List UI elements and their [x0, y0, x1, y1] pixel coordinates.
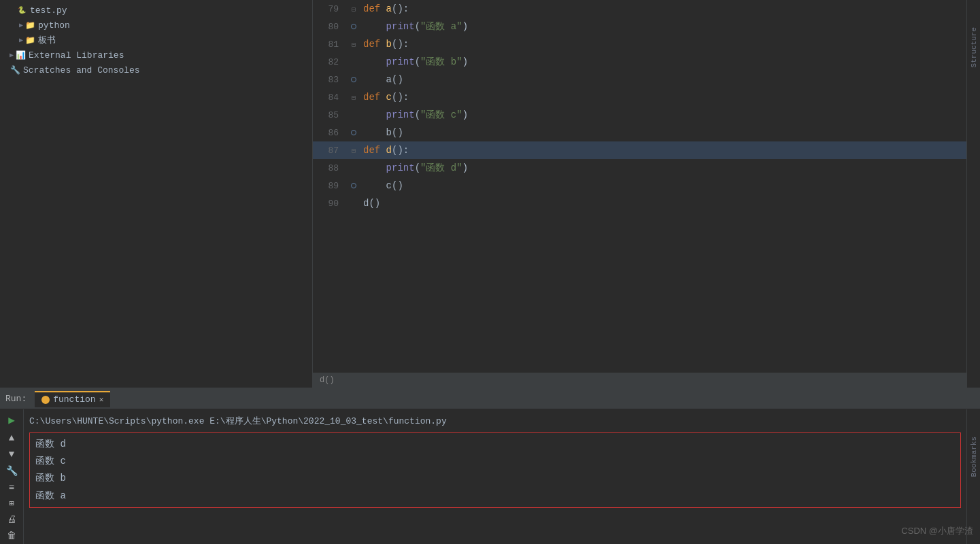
run-output-box: 函数 d 函数 c 函数 b 函数 a — [29, 432, 961, 508]
line-number: 86 — [313, 124, 347, 141]
fold-marker[interactable]: ⊟ — [352, 95, 356, 102]
run-output-line-1: 函数 d — [35, 436, 955, 453]
line-number: 85 — [313, 106, 347, 124]
fold-gutter — [347, 124, 360, 141]
table-row: 85 print("函数 c") — [313, 106, 966, 124]
tree-label-scratches: Scratches and Consoles — [23, 65, 140, 75]
run-output-area: C:\Users\HUNTE\Scripts\python.exe E:\程序人… — [24, 409, 966, 544]
run-label: Run: — [5, 394, 27, 404]
folder-icon-bangshu: 📁 — [24, 35, 35, 46]
bp-dot — [351, 77, 356, 82]
line-number: 87 — [313, 141, 347, 159]
tree-label-bangshu: 板书 — [38, 34, 56, 46]
run-tab-dot — [41, 396, 50, 404]
fold-gutter: ⊟ — [347, 141, 360, 159]
run-wrench-button[interactable]: 🔧 — [4, 465, 19, 477]
line-number — [313, 212, 347, 307]
run-output-line-4: 函数 a — [35, 488, 955, 505]
run-tab-function[interactable]: function ✕ — [35, 391, 110, 407]
run-up-button[interactable]: ▲ — [4, 432, 19, 443]
scratches-icon: 🔧 — [10, 65, 20, 75]
line-number: 89 — [313, 177, 347, 194]
run-softwrap-button[interactable]: ⊞ — [4, 498, 19, 509]
watermark: CSDN @小唐学渣 — [901, 525, 973, 537]
code-content: c() — [360, 177, 966, 194]
line-number: 79 — [313, 0, 347, 18]
run-command-line: C:\Users\HUNTE\Scripts\python.exe E:\程序人… — [29, 412, 961, 430]
run-action-buttons: ▶ ▲ ▼ 🔧 ≡ ⊞ 🖨 🗑 — [0, 409, 24, 544]
python-file-icon: 🐍 — [16, 5, 27, 16]
fold-marker[interactable]: ⊟ — [352, 148, 356, 155]
fold-gutter — [347, 106, 360, 124]
structure-panel: Structure — [966, 0, 980, 388]
code-content: def a(): — [360, 0, 966, 18]
code-content: def d(): — [360, 141, 966, 159]
code-content: print("函数 c") — [360, 106, 966, 124]
code-content: b() — [360, 124, 966, 141]
tree-label-python: python — [38, 20, 70, 31]
structure-label[interactable]: Structure — [970, 27, 978, 67]
fold-gutter — [347, 18, 360, 35]
bookmarks-panel: Bookmarks — [966, 409, 980, 544]
bp-dot — [351, 183, 356, 188]
table-row: 89 c() — [313, 177, 966, 194]
line-number: 82 — [313, 53, 347, 71]
run-tab-close-btn[interactable]: ✕ — [99, 395, 104, 404]
line-number: 84 — [313, 88, 347, 106]
tree-item-ext-libs[interactable]: ▶ 📊 External Libraries — [0, 48, 312, 63]
run-print-button[interactable]: 🖨 — [4, 514, 19, 525]
line-number: 90 — [313, 194, 347, 212]
fold-gutter: ⊟ — [347, 0, 360, 18]
fold-gutter: ⊟ — [347, 35, 360, 53]
fold-marker[interactable]: ⊟ — [352, 6, 356, 14]
line-number: 80 — [313, 18, 347, 35]
code-content: print("函数 d") — [360, 159, 966, 177]
file-tree: 🐍 test.py ▶ 📁 python ▶ 📁 板书 ▶ 📊 External… — [0, 0, 313, 388]
table-row: 88 print("函数 d") — [313, 159, 966, 177]
run-trash-button[interactable]: 🗑 — [4, 530, 19, 541]
line-number: 81 — [313, 35, 347, 53]
code-content: def c(): — [360, 88, 966, 106]
code-area[interactable]: 79 ⊟ def a(): 80 print("函数 a") 81 ⊟ — [313, 0, 966, 373]
table-row: 86 b() — [313, 124, 966, 141]
expand-arrow-extlibs: ▶ — [10, 51, 14, 59]
folder-icon-python: 📁 — [24, 20, 35, 31]
table-row: 83 a() — [313, 71, 966, 88]
expand-arrow-bangshu: ▶ — [19, 36, 23, 44]
code-content — [360, 212, 966, 307]
fold-marker[interactable]: ⊟ — [352, 41, 356, 49]
table-row: 81 ⊟ def b(): — [313, 35, 966, 53]
run-down-button[interactable]: ▼ — [4, 449, 19, 460]
run-scroll-button[interactable]: ≡ — [4, 482, 19, 493]
run-play-button[interactable]: ▶ — [4, 413, 19, 427]
extlibs-icon: 📊 — [15, 50, 26, 61]
table-row: 87 ⊟ def d(): — [313, 141, 966, 159]
run-output-line-3: 函数 b — [35, 470, 955, 487]
fold-gutter — [347, 53, 360, 71]
code-content: def b(): — [360, 35, 966, 53]
tree-item-testpy[interactable]: 🐍 test.py — [0, 3, 312, 18]
tree-item-bangshu-folder[interactable]: ▶ 📁 板书 — [0, 33, 312, 48]
editor-status-bar: d() — [313, 373, 966, 388]
tree-label-testpy: test.py — [30, 5, 67, 16]
tree-label-extlibs: External Libraries — [29, 50, 124, 61]
line-number: 83 — [313, 71, 347, 88]
code-content: a() — [360, 71, 966, 88]
editor-panel: 79 ⊟ def a(): 80 print("函数 a") 81 ⊟ — [313, 0, 966, 388]
tree-item-python-folder[interactable]: ▶ 📁 python — [0, 18, 312, 33]
table-row: 82 print("函数 b") — [313, 53, 966, 71]
fold-gutter: ⊟ — [347, 88, 360, 106]
bp-dot — [351, 24, 356, 29]
table-row: 79 ⊟ def a(): — [313, 0, 966, 18]
bookmarks-label[interactable]: Bookmarks — [970, 437, 978, 477]
fold-gutter — [347, 71, 360, 88]
run-tabs-bar: Run: function ✕ — [0, 389, 980, 409]
line-number: 88 — [313, 159, 347, 177]
table-row — [313, 212, 966, 307]
table-row: 84 ⊟ def c(): — [313, 88, 966, 106]
run-output-line-2: 函数 c — [35, 453, 955, 470]
tree-item-scratches[interactable]: 🔧 Scratches and Consoles — [0, 63, 312, 78]
fold-gutter — [347, 194, 360, 212]
status-text: d() — [320, 375, 335, 385]
code-content: print("函数 a") — [360, 18, 966, 35]
